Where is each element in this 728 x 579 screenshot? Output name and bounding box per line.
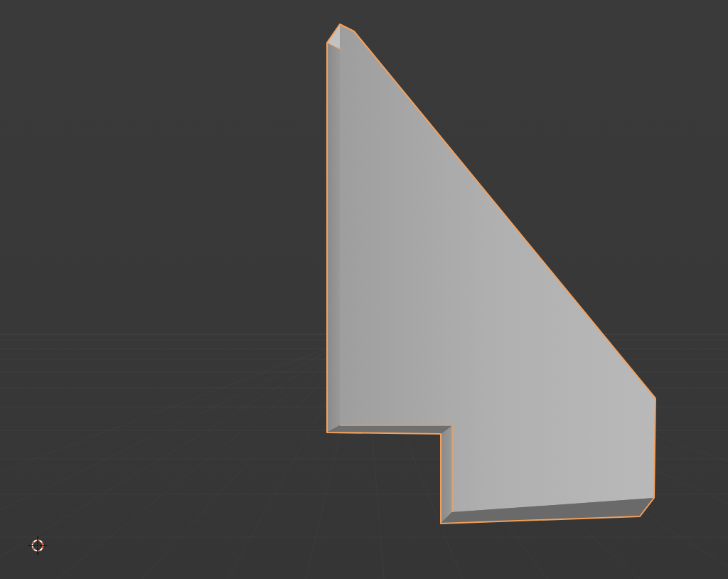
svg-point-31 (37, 545, 38, 546)
mesh-notch-side (441, 425, 452, 524)
viewport-3d[interactable] (0, 0, 728, 579)
mesh-side-left (327, 24, 340, 432)
viewport-canvas[interactable] (0, 0, 728, 579)
